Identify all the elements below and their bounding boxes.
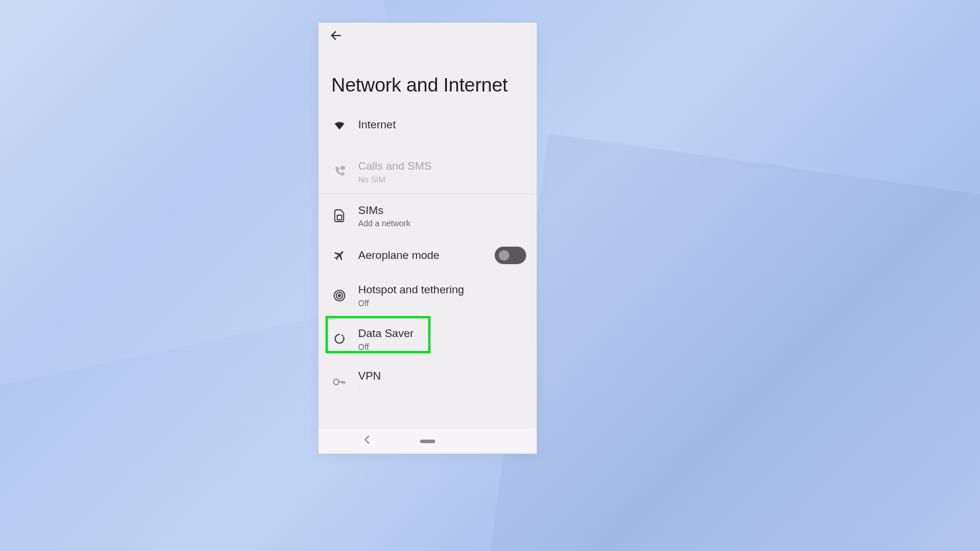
data-saver-icon bbox=[334, 333, 345, 345]
setting-subtitle: Off bbox=[358, 342, 526, 352]
setting-vpn[interactable]: VPN None bbox=[318, 361, 537, 395]
page-title: Network and Internet bbox=[331, 73, 524, 97]
setting-sims[interactable]: SIMs Add a network bbox=[318, 194, 537, 238]
setting-subtitle: Add a network bbox=[358, 219, 526, 228]
nav-back-chevron-icon[interactable] bbox=[364, 435, 370, 447]
svg-rect-2 bbox=[337, 215, 342, 220]
setting-subtitle: Off bbox=[358, 299, 526, 308]
hotspot-icon bbox=[333, 289, 346, 302]
setting-label: Data Saver bbox=[358, 327, 526, 341]
settings-list: Internet Calls and SMS No SIM SIMs Add a… bbox=[318, 107, 537, 428]
top-app-bar bbox=[318, 23, 537, 48]
setting-hotspot-tethering[interactable]: Hotspot and tethering Off bbox=[318, 273, 537, 317]
sim-card-icon bbox=[334, 209, 345, 222]
back-button[interactable] bbox=[328, 27, 344, 44]
arrow-left-icon bbox=[330, 29, 342, 42]
system-nav-bar bbox=[318, 428, 537, 454]
airplane-icon bbox=[333, 249, 346, 262]
setting-calls-sms: Calls and SMS No SIM bbox=[318, 150, 537, 194]
setting-label: Aeroplane mode bbox=[358, 248, 495, 263]
nav-home-pill[interactable] bbox=[420, 440, 435, 443]
svg-point-6 bbox=[334, 379, 339, 384]
svg-point-3 bbox=[338, 294, 341, 297]
vpn-key-icon bbox=[333, 378, 346, 386]
phone-screen: Network and Internet Internet Calls and … bbox=[318, 23, 537, 454]
setting-data-saver[interactable]: Data Saver Off bbox=[318, 317, 537, 361]
aeroplane-mode-toggle[interactable] bbox=[495, 247, 526, 264]
svg-rect-1 bbox=[341, 166, 345, 170]
setting-label: Internet bbox=[358, 118, 526, 132]
setting-label: Calls and SMS bbox=[358, 159, 526, 174]
setting-internet[interactable]: Internet bbox=[318, 107, 537, 150]
toggle-knob bbox=[499, 250, 509, 261]
setting-label: SIMs bbox=[358, 203, 526, 218]
setting-subtitle: No SIM bbox=[358, 175, 526, 184]
phone-message-icon bbox=[334, 166, 345, 177]
page-title-area: Network and Internet bbox=[318, 48, 537, 107]
wifi-icon bbox=[333, 119, 346, 132]
setting-label: VPN bbox=[358, 369, 526, 384]
setting-label: Hotspot and tethering bbox=[358, 283, 526, 297]
setting-aeroplane-mode[interactable]: Aeroplane mode bbox=[318, 237, 537, 273]
setting-subtitle: None bbox=[358, 385, 526, 394]
